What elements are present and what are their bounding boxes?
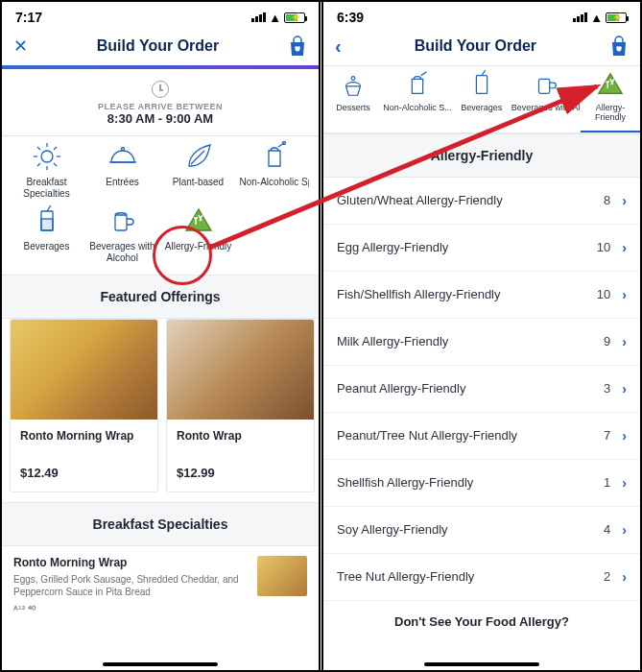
status-bar: 6:39 ▲ ⚡ [323,2,640,29]
row-count: 2 [604,569,610,584]
list-item[interactable]: Soy Allergy-Friendly4› [323,507,640,554]
row-count: 10 [597,240,610,254]
svg-point-3 [41,151,53,162]
back-button[interactable]: ‹ [335,36,342,58]
tab-label: Non-Alcoholic S... [383,103,452,112]
menu-item[interactable]: Ronto Morning Wrap Eggs, Grilled Pork Sa… [2,546,319,624]
row-count: 3 [604,381,610,396]
menu-item-name: Ronto Morning Wrap [13,556,248,569]
category-breakfast-specialties[interactable]: Breakfast Specialties [10,140,83,199]
row-label: Fish/Shellfish Allergy-Friendly [337,287,501,301]
category-label: Non-Alcoholic Specialty Be [240,177,309,188]
status-time: 7:17 [15,10,42,25]
offering-card[interactable]: Ronto Morning Wrap $12.49 [10,319,158,492]
category-allergy-friendly[interactable]: Allergy-Friendly [161,204,235,263]
header: ✕ Build Your Order [2,29,319,65]
list-item[interactable]: Peanut/Tree Nut Allergy-Friendly7› [323,413,640,460]
section-allergy-friendly: Allergy-Friendly [323,133,640,178]
row-count: 10 [597,287,610,301]
section-featured-offerings: Featured Offerings [2,275,319,319]
glass-icon [31,204,63,237]
close-button[interactable]: ✕ [13,36,28,57]
tab-beverages-alcohol[interactable]: Beverages with Alcohol [511,68,581,132]
tab-allergy-friendly[interactable]: Allergy-Friendly [581,68,640,132]
allergy-list: Gluten/Wheat Allergy-Friendly8› Egg Alle… [323,178,640,601]
chevron-right-icon: › [622,193,627,208]
list-item[interactable]: Peanut Allergy-Friendly3› [323,366,640,413]
clock-icon [152,81,169,98]
tiki-drink-icon [258,140,291,173]
offering-image [11,320,157,420]
category-label: Beverages with Alcohol [85,241,159,263]
dont-see-allergy[interactable]: Don't See Your Food Allergy? [323,601,640,635]
list-item[interactable]: Gluten/Wheat Allergy-Friendly8› [323,178,640,225]
status-time: 6:39 [337,10,364,25]
category-label: Entrées [85,177,159,188]
page-title: Build Your Order [97,37,219,55]
category-entrees[interactable]: Entrées [85,140,159,199]
tab-beverages[interactable]: Beverages [452,68,511,132]
svg-line-10 [37,163,40,166]
row-count: 8 [604,193,610,207]
bag-button[interactable] [609,35,629,58]
signal-icon [251,12,266,22]
tab-label: Allergy-Friendly [581,103,640,123]
category-label: Breakfast Specialties [10,177,83,199]
row-label: Gluten/Wheat Allergy-Friendly [337,193,503,207]
category-grid: Breakfast Specialties Entrées Plant-base… [2,136,319,275]
category-label: Beverages [10,241,83,252]
row-label: Peanut/Tree Nut Allergy-Friendly [337,428,517,443]
offering-name: Ronto Wrap [167,420,314,458]
svg-rect-29 [538,79,549,93]
status-icons: ▲ ⚡ [251,11,305,25]
category-strip[interactable]: Desserts Non-Alcoholic S... Beverages Be… [323,66,640,133]
tab-non-alcoholic[interactable]: Non-Alcoholic S... [383,68,452,132]
svg-point-1 [295,46,297,49]
cupcake-icon [339,70,368,99]
signal-icon [573,12,587,22]
bag-button[interactable] [288,35,307,58]
svg-rect-19 [41,219,53,230]
list-item[interactable]: Shellfish Allergy-Friendly1› [323,460,640,507]
menu-item-description: Eggs, Grilled Pork Sausage, Shredded Che… [13,573,248,598]
status-bar: 7:17 ▲ ⚡ [2,2,319,29]
menu-item-price: ᴬ¹² ⁴⁰ [13,604,248,616]
row-count: 7 [604,428,610,443]
home-indicator[interactable] [103,662,218,666]
list-item[interactable]: Tree Nut Allergy-Friendly2› [323,554,640,601]
arrival-window: PLEASE ARRIVE BETWEEN 8:30 AM - 9:00 AM [2,69,319,135]
chevron-right-icon: › [622,381,627,396]
category-plant-based[interactable]: Plant-based [161,140,235,199]
list-item[interactable]: Egg Allergy-Friendly10› [323,225,640,272]
category-label: Plant-based [161,177,235,188]
tab-label: Desserts [323,103,383,112]
wifi-icon: ▲ [590,11,603,25]
chevron-right-icon: › [622,287,627,302]
row-label: Egg Allergy-Friendly [337,240,448,254]
featured-offerings[interactable]: Ronto Morning Wrap $12.49 Ronto Wrap $12… [2,319,319,492]
screen-left: 7:17 ▲ ⚡ ✕ Build Your Order PLEASE ARRIV… [2,2,321,670]
category-label: Allergy-Friendly [161,241,235,252]
chevron-right-icon: › [622,428,627,444]
offering-price: $12.49 [11,458,157,492]
svg-point-2 [297,46,300,49]
category-beverages-alcohol[interactable]: Beverages with Alcohol [85,204,159,263]
svg-line-26 [421,72,427,76]
row-count: 4 [604,522,610,537]
svg-point-23 [616,46,619,49]
list-item[interactable]: Fish/Shellfish Allergy-Friendly10› [323,272,640,319]
arrive-time: 8:30 AM - 9:00 AM [2,111,319,126]
offering-price: $12.99 [167,458,314,492]
leaf-icon [182,140,215,173]
svg-line-9 [54,163,57,166]
row-label: Shellfish Allergy-Friendly [337,475,473,490]
offering-card[interactable]: Ronto Wrap $12.99 [166,319,315,492]
home-indicator[interactable] [424,662,539,666]
category-beverages[interactable]: Beverages [10,204,83,263]
tab-desserts[interactable]: Desserts [323,68,383,132]
beer-icon [532,70,560,99]
sun-icon [31,140,63,173]
list-item[interactable]: Milk Allergy-Friendly9› [323,319,640,366]
offering-image [167,320,314,420]
category-non-alcoholic[interactable]: Non-Alcoholic Specialty Be [237,140,311,199]
